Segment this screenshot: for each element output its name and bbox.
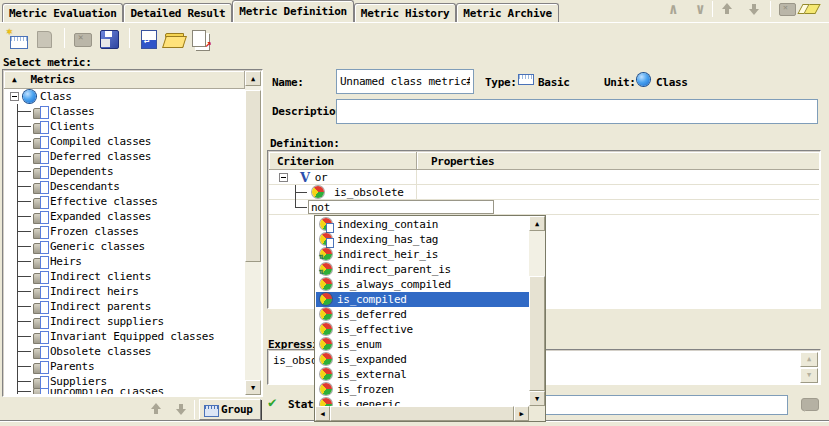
criterion-row-editing[interactable] [269,200,819,215]
dropdown-item[interactable]: is_expanded [316,352,530,367]
tree-item-label: Indirect clients [50,270,151,283]
properties-column-header[interactable]: Properties [417,152,819,169]
group-button[interactable]: Group [199,399,261,420]
tree-item[interactable]: Compiled classes [4,134,229,149]
move-criterion-up-icon[interactable] [720,2,734,16]
tree-connector [14,149,33,164]
scroll-up-icon[interactable]: ▲ [245,71,261,86]
scroll-down-icon[interactable]: ▼ [245,380,261,395]
erase-icon[interactable] [799,2,819,16]
dropdown-item[interactable]: is_deferred [316,307,530,322]
move-criterion-down-icon[interactable] [747,2,761,16]
scroll-down-icon[interactable]: ▼ [529,391,545,406]
export-metrics-icon[interactable] [188,27,211,50]
criterion-row-or[interactable]: V or [269,170,819,185]
dropdown-item[interactable]: is_frozen [316,382,530,397]
tree-connector [14,254,33,269]
scrollbar-thumb[interactable] [245,90,261,262]
name-field[interactable] [336,69,474,94]
dropdown-item-label: is_external [337,368,407,381]
dropdown-item[interactable]: indexing_has_tag [316,232,530,247]
dropdown-item[interactable]: is_enum [316,337,530,352]
metrics-column-header[interactable]: ▲ Metrics [4,71,245,89]
duplicate-metric-icon[interactable] [32,27,55,50]
collapse-icon[interactable] [279,173,288,182]
dropdown-item[interactable]: is_compiled [316,292,530,307]
metric-icon [33,241,48,253]
description-label: Description [272,105,342,118]
criterion-row-is-obsolete[interactable]: is_obsolete [269,185,819,200]
dropdown-item[interactable]: indirect_heir_is [316,247,530,262]
import-metrics-icon[interactable] [136,27,159,50]
name-label: Name: [272,76,304,89]
group-button-label: Group [221,403,253,416]
tree-item[interactable]: Invariant Equipped classes [4,329,229,344]
toolbar-divider [64,28,65,48]
tree-connector [14,284,33,299]
delete-metric-icon[interactable] [71,27,94,50]
expression-scroll-down-icon[interactable]: ▼ [800,368,818,383]
criterion-label: is_obsolete [334,186,404,199]
tree-scrollbar[interactable]: ▲ ▼ [245,71,261,395]
tree-item[interactable]: Generic classes [4,239,229,254]
tree-connector [14,389,33,394]
tree-item[interactable]: Indirect parents [4,299,229,314]
tab-detailed-result[interactable]: Detailed Result [123,3,232,22]
move-metric-down-icon[interactable] [174,402,188,416]
open-metric-file-icon[interactable] [162,27,185,50]
tree-item[interactable]: Suppliers [4,374,229,389]
new-metric-icon[interactable] [6,27,29,50]
tree-item[interactable]: Indirect suppliers [4,314,229,329]
tab-metric-archive[interactable]: Metric Archive [456,3,559,22]
scroll-right-icon[interactable]: ▶ [514,406,529,421]
tree-connector [14,329,33,344]
tree-item[interactable]: Deferred classes [4,149,229,164]
dropdown-item[interactable]: indexing_contain [316,217,530,232]
criterion-editor-field[interactable] [308,200,494,214]
scrollbar-thumb[interactable] [529,276,545,391]
scroll-left-icon[interactable]: ◀ [315,406,330,421]
scroll-up-icon[interactable]: ▲ [529,216,545,231]
save-metric-icon[interactable] [97,27,120,50]
tree-item[interactable]: Parents [4,359,229,374]
tree-item[interactable]: Obsolete classes [4,344,229,359]
tree-item[interactable]: Heirs [4,254,229,269]
tab-metric-history[interactable]: Metric History [354,3,457,22]
tree-item[interactable]: Dependents [4,164,229,179]
delete-criterion-icon[interactable] [777,0,797,18]
tree-item[interactable]: Effective classes [4,194,229,209]
tree-item-label: Indirect heirs [50,285,139,298]
expression-scroll-up-icon[interactable]: ▲ [800,352,818,367]
description-field[interactable] [336,99,818,124]
dropdown-item[interactable]: is_effective [316,322,530,337]
dropdown-item[interactable]: is_external [316,367,530,382]
metric-icon [33,196,48,208]
tree-item[interactable]: Classes [4,104,229,119]
tree-item[interactable]: Class [4,89,229,104]
tab-metric-evaluation[interactable]: Metric Evaluation [2,3,123,22]
class-unit-icon [637,73,650,86]
comment-icon[interactable] [799,397,819,414]
dropdown-item[interactable]: indirect_parent_is [316,262,530,277]
metric-icon [33,316,48,328]
tree-item[interactable]: Expanded classes [4,209,229,224]
insert-and-icon[interactable]: ∧ [663,0,683,18]
metric-icon [33,301,48,313]
scrollbar-thumb[interactable] [330,406,514,421]
dropdown-horizontal-scrollbar[interactable]: ◀ ▶ [315,406,545,421]
dropdown-item[interactable]: is_always_compiled [316,277,530,292]
tab-metric-definition[interactable]: Metric Definition [232,0,353,22]
tree-item[interactable]: Clients [4,119,229,134]
criterion-icon [312,186,325,199]
dropdown-vertical-scrollbar[interactable]: ▲ ▼ [529,216,545,406]
tree-connector [14,299,33,314]
insert-or-icon[interactable]: ∨ [690,0,710,18]
criterion-column-header[interactable]: Criterion [269,152,417,169]
tree-item[interactable]: Uncompiled classes [4,389,229,394]
tree-item[interactable]: Indirect clients [4,269,229,284]
tree-item[interactable]: Descendants [4,179,229,194]
tree-item[interactable]: Indirect heirs [4,284,229,299]
tree-item[interactable]: Frozen classes [4,224,229,239]
move-metric-up-icon[interactable] [149,402,163,416]
criterion-icon [320,278,333,291]
